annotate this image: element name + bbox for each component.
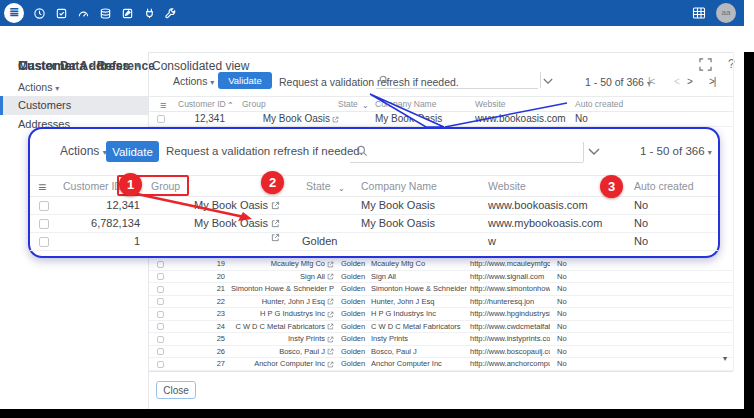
gauge-icon[interactable] <box>77 7 90 20</box>
column-header-customer-id[interactable]: Customer ID <box>178 97 226 111</box>
external-link-icon[interactable] <box>332 116 339 123</box>
cell-group[interactable]: Simonton Howe & Schneider P <box>209 283 334 295</box>
plug-icon[interactable] <box>143 7 156 20</box>
task-check-icon[interactable] <box>55 7 68 20</box>
row-checkbox[interactable] <box>157 273 164 280</box>
row-checkbox[interactable] <box>157 361 164 368</box>
table-row[interactable]: 23H P G Industrys IncGoldenH P G Industr… <box>149 308 733 321</box>
cell-group[interactable]: Bosco, Paul J <box>209 346 334 358</box>
form-edit-icon[interactable] <box>121 7 134 20</box>
search-input[interactable] <box>350 140 583 163</box>
validate-button[interactable]: Validate <box>218 72 272 89</box>
column-header-group[interactable]: Group <box>242 97 266 111</box>
search-input[interactable] <box>376 70 538 89</box>
app-logo-icon[interactable]: ≣ <box>4 3 24 23</box>
column-header-customer-id[interactable]: Customer ID <box>63 176 122 196</box>
table-menu-icon[interactable]: ≡ <box>160 98 166 112</box>
column-header-website[interactable]: Website <box>488 176 526 196</box>
external-link-icon[interactable] <box>271 233 280 242</box>
table-row[interactable]: 22Hunter, John J EsqGoldenHunter, John J… <box>149 296 733 309</box>
cell-group[interactable]: Anchor Computer Inc <box>209 358 334 370</box>
table-menu-icon[interactable]: ≡ <box>38 177 46 197</box>
external-link-icon[interactable] <box>327 348 334 355</box>
chevron-down-icon[interactable] <box>588 148 600 156</box>
row-checkbox[interactable] <box>157 298 164 305</box>
external-link-icon[interactable] <box>327 298 334 305</box>
cell-company: Sign All <box>371 271 467 283</box>
chevron-down-icon[interactable] <box>543 78 553 85</box>
cell-group[interactable]: My Book Oasis <box>209 112 339 126</box>
fullscreen-icon[interactable] <box>699 58 712 71</box>
sidebar-actions-menu[interactable]: Actions ▾ <box>18 81 59 93</box>
table-row[interactable]: 19Mcauley Mfg CoGoldenMcauley Mfg Cohttp… <box>149 258 733 271</box>
column-header-state[interactable]: State <box>338 97 358 111</box>
table-row[interactable]: 24C W D C Metal FabricatorsGoldenC W D C… <box>149 321 733 334</box>
external-link-icon[interactable] <box>271 201 280 210</box>
sort-down-icon[interactable]: ⌄ <box>338 179 345 199</box>
sidebar-title[interactable]: Customer Address <box>18 59 129 73</box>
validate-button[interactable]: Validate <box>106 141 159 162</box>
external-link-icon[interactable] <box>271 219 280 228</box>
actions-menu[interactable]: Actions ▾ <box>60 144 107 158</box>
scrollbar-down-button[interactable]: ▾ <box>719 352 731 366</box>
column-header-company[interactable]: Company Name <box>361 176 437 196</box>
annotation-arrow <box>130 188 270 230</box>
cell-group[interactable] <box>140 233 280 242</box>
cell-website: http://www.simontonhowesch <box>470 283 550 295</box>
row-checkbox[interactable] <box>157 311 164 318</box>
cell-state: Golden <box>341 308 365 320</box>
actions-menu[interactable]: Actions ▾ <box>173 75 214 87</box>
table-row[interactable]: 21Simonton Howe & Schneider PGoldenSimon… <box>149 283 733 296</box>
external-link-icon[interactable] <box>327 273 334 280</box>
user-avatar[interactable]: aa <box>716 3 736 23</box>
sidebar-item-customers[interactable]: Customers <box>0 96 148 115</box>
cell-group[interactable]: H P G Industrys Inc <box>209 308 334 320</box>
column-header-auto-created[interactable]: Auto created <box>634 176 694 196</box>
row-checkbox[interactable] <box>157 261 164 268</box>
pagination-first[interactable]: |< <box>648 76 654 87</box>
row-range-selector[interactable]: 1 - 50 of 366 ▾ <box>640 145 712 157</box>
external-link-icon[interactable] <box>327 323 334 330</box>
row-checkbox[interactable] <box>39 201 49 211</box>
table-row[interactable]: 20Sign AllGoldenSign Allhttp://www.signa… <box>149 271 733 284</box>
row-checkbox[interactable] <box>157 348 164 355</box>
cell-group[interactable]: C W D C Metal Fabricators <box>209 321 334 333</box>
row-checkbox[interactable] <box>39 219 49 229</box>
external-link-icon[interactable] <box>327 361 334 368</box>
row-checkbox[interactable] <box>157 115 165 123</box>
pagination-last[interactable]: >| <box>709 76 715 87</box>
cell-group[interactable]: Insty Prints <box>209 333 334 345</box>
clock-icon[interactable] <box>33 7 46 20</box>
cell-group[interactable]: Sign All <box>209 271 334 283</box>
table-row[interactable]: 27Anchor Computer IncGoldenAnchor Comput… <box>149 358 733 371</box>
cell-auto-created: No <box>557 321 567 333</box>
pagination-prev[interactable]: < <box>674 76 679 87</box>
sort-asc-icon[interactable]: ⌃ <box>227 99 234 113</box>
divider <box>148 52 734 53</box>
cell-website: http://www.signall.com <box>470 271 550 283</box>
database-icon[interactable] <box>99 7 112 20</box>
column-header-state[interactable]: State <box>306 176 331 196</box>
table-row[interactable]: 26Bosco, Paul JGoldenBosco, Paul Jhttp:/… <box>149 346 733 359</box>
caret-down-icon[interactable]: ▾ <box>125 62 129 71</box>
cell-group[interactable]: Hunter, John J Esq <box>209 296 334 308</box>
apps-grid-icon[interactable] <box>692 6 706 20</box>
row-checkbox[interactable] <box>157 336 164 343</box>
external-link-icon[interactable] <box>327 311 334 318</box>
row-checkbox[interactable] <box>39 237 49 247</box>
row-range-selector[interactable]: 1 - 50 of 366 ▾ <box>585 76 651 88</box>
pagination-next[interactable]: > <box>687 76 692 87</box>
external-link-icon[interactable] <box>327 261 334 268</box>
cell-customer-id: 12,341 <box>60 197 140 214</box>
table-row[interactable]: 25Insty PrintsGoldenInsty Printshttp://w… <box>149 333 733 346</box>
table-row[interactable]: 1 Golden w No <box>30 233 718 251</box>
caret-down-icon[interactable]: ▾ <box>136 61 140 70</box>
external-link-icon[interactable] <box>327 336 334 343</box>
row-checkbox[interactable] <box>157 323 164 330</box>
wrench-icon[interactable] <box>164 7 177 20</box>
row-checkbox[interactable] <box>157 286 164 293</box>
close-button[interactable]: Close <box>156 381 196 399</box>
cell-group[interactable]: Mcauley Mfg Co <box>209 258 334 270</box>
column-header-auto-created[interactable]: Auto created <box>575 97 623 111</box>
cell-state: Golden <box>302 233 337 250</box>
